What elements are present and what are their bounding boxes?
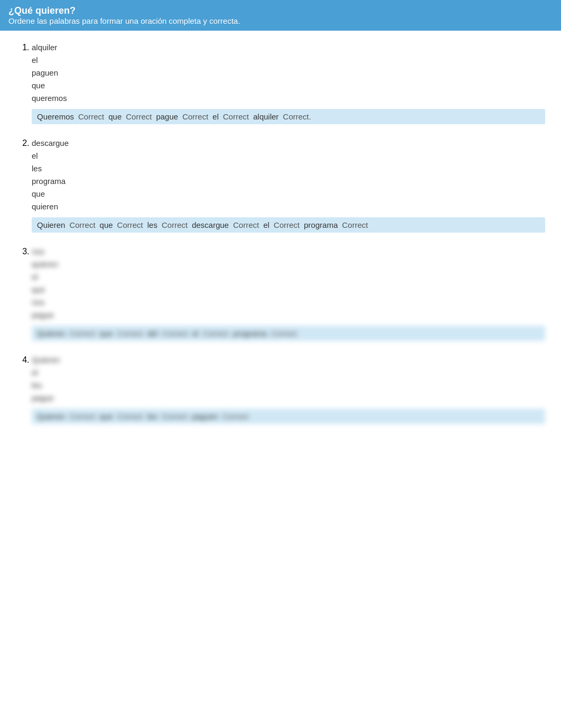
word-1-4: que [32, 79, 545, 92]
answer-row-1: Queremos Correct que Correct pague Corre… [32, 109, 545, 124]
answer-2-token-5: el [262, 220, 270, 229]
answer-4-correct-2: Correct [116, 412, 144, 421]
answer-row-2: Quieren Correct que Correct les Correct … [32, 217, 545, 233]
list-item-4: Quieren el les pague Quieren Correct que… [32, 354, 545, 424]
answer-1-correct-2: Correct [125, 112, 153, 121]
answer-3-token-4: el [191, 329, 200, 338]
word-list-1: alquiler el paguen que queremos [32, 41, 545, 105]
word-4-2: el [32, 366, 545, 379]
word-list-3: nos quieren el que nos pague [32, 245, 545, 321]
answer-4-token-4: paguen [191, 412, 219, 421]
answer-3-token-5: programa [232, 329, 268, 338]
answer-4-correct-3: Correct [161, 412, 189, 421]
word-3-4: que [32, 283, 545, 296]
word-3-2: quieren [32, 258, 545, 271]
answer-4-correct-1: Correct [68, 412, 96, 421]
answer-2-correct-3: Correct [161, 220, 189, 229]
word-1-1: alquiler [32, 41, 545, 54]
answer-2-correct-1: Correct [68, 220, 96, 229]
answer-2-token-6: programa [303, 220, 339, 229]
answer-1-token-3: pague [155, 112, 179, 121]
word-list-4: Quieren el les pague [32, 354, 545, 404]
answer-1-correct-1: Correct [77, 112, 105, 121]
answer-2-correct-2: Correct [116, 220, 144, 229]
answer-1-token-5: alquiler [252, 112, 279, 121]
answer-4-correct-4: Correct [221, 412, 249, 421]
answer-1-token-1: Queremos [36, 112, 75, 121]
answer-2-token-2: que [99, 220, 114, 229]
word-2-5: que [32, 188, 545, 200]
word-4-3: les [32, 379, 545, 392]
word-4-1: Quieren [32, 354, 545, 366]
answer-2-correct-5: Correct [273, 220, 301, 229]
answer-3-correct-2: Correct [116, 329, 144, 338]
exercise-list: alquiler el paguen que queremos Queremos… [16, 41, 545, 424]
answer-1-correct-5: Correct. [282, 112, 312, 121]
answer-3-token-1: Quieren [36, 329, 66, 338]
word-2-1: descargue [32, 137, 545, 150]
answer-2-token-3: les [146, 220, 158, 229]
answer-4-token-2: que [99, 412, 114, 421]
answer-2-token-4: descargue [191, 220, 230, 229]
word-2-4: programa [32, 175, 545, 188]
answer-3-correct-5: Correct [270, 329, 298, 338]
answer-4-token-1: Quieren [36, 412, 66, 421]
word-3-6: pague [32, 309, 545, 321]
answer-2-token-1: Quieren [36, 220, 66, 229]
answer-2-correct-4: Correct [232, 220, 260, 229]
list-item-3: nos quieren el que nos pague Quieren Cor… [32, 245, 545, 341]
header-question: ¿Qué quieren? [8, 5, 553, 16]
answer-1-token-4: el [211, 112, 220, 121]
answer-3-correct-1: Correct [68, 329, 96, 338]
word-1-5: queremos [32, 92, 545, 105]
answer-row-4: Quieren Correct que Correct les Correct … [32, 409, 545, 424]
word-2-6: quieren [32, 200, 545, 213]
answer-1-correct-4: Correct [222, 112, 250, 121]
answer-3-token-3: del [146, 329, 159, 338]
answer-1-token-2: que [107, 112, 123, 121]
header-instruction: Ordene las palabras para formar una orac… [8, 16, 553, 25]
answer-2-correct-6: Correct [341, 220, 369, 229]
list-item-1: alquiler el paguen que queremos Queremos… [32, 41, 545, 124]
word-3-1: nos [32, 245, 545, 258]
answer-row-3: Quieren Correct que Correct del Correct … [32, 326, 545, 341]
answer-3-token-2: que [99, 329, 114, 338]
word-3-3: el [32, 271, 545, 283]
answer-3-correct-3: Correct [161, 329, 189, 338]
content-area: alquiler el paguen que queremos Queremos… [0, 31, 561, 447]
list-item-2: descargue el les programa que quieren Qu… [32, 137, 545, 233]
page-header: ¿Qué quieren? Ordene las palabras para f… [0, 0, 561, 31]
word-2-3: les [32, 162, 545, 175]
answer-1-correct-3: Correct [181, 112, 209, 121]
word-list-2: descargue el les programa que quieren [32, 137, 545, 213]
answer-3-correct-4: Correct [202, 329, 230, 338]
word-1-3: paguen [32, 67, 545, 79]
word-4-4: pague [32, 392, 545, 404]
answer-4-token-3: les [146, 412, 158, 421]
word-2-2: el [32, 150, 545, 162]
word-3-5: nos [32, 296, 545, 309]
word-1-2: el [32, 54, 545, 67]
